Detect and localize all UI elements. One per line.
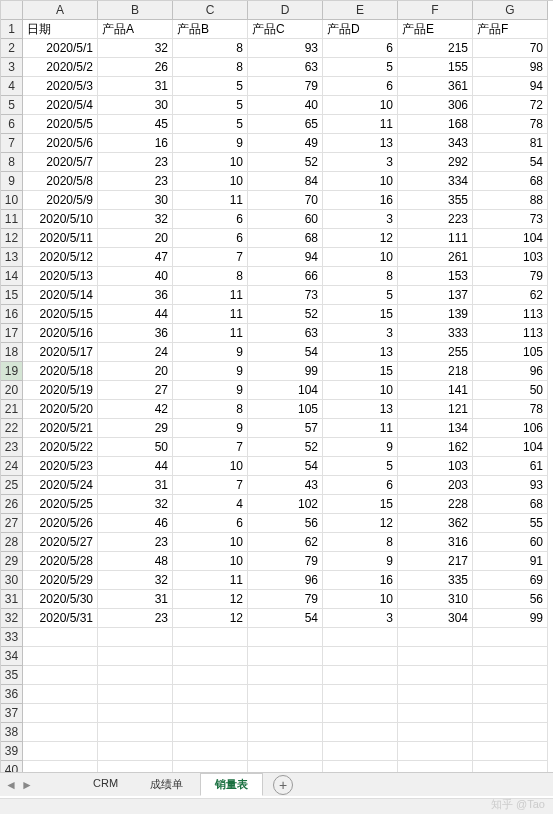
cell[interactable]: 113 [473,305,548,324]
cell[interactable] [323,628,398,647]
cell[interactable] [398,666,473,685]
row-header-22[interactable]: 22 [1,419,23,438]
row-header-35[interactable]: 35 [1,666,23,685]
row-header-39[interactable]: 39 [1,742,23,761]
cell[interactable]: 9 [323,552,398,571]
row-header-33[interactable]: 33 [1,628,23,647]
cell[interactable]: 20 [98,362,173,381]
cell[interactable]: 2020/5/21 [23,419,98,438]
cell[interactable]: 73 [248,286,323,305]
cell[interactable] [248,666,323,685]
cell[interactable]: 105 [473,343,548,362]
row-header-27[interactable]: 27 [1,514,23,533]
cell[interactable]: 9 [173,134,248,153]
cell[interactable]: 10 [323,96,398,115]
cell[interactable]: 134 [398,419,473,438]
cell[interactable]: 73 [473,210,548,229]
row-header-17[interactable]: 17 [1,324,23,343]
cell[interactable]: 54 [473,153,548,172]
cell[interactable]: 139 [398,305,473,324]
cell[interactable]: 42 [98,400,173,419]
cell[interactable]: 162 [398,438,473,457]
cell[interactable]: 56 [248,514,323,533]
cell[interactable] [323,647,398,666]
header-cell[interactable]: 产品C [248,20,323,39]
cell[interactable]: 54 [248,457,323,476]
cell[interactable]: 10 [173,552,248,571]
cell[interactable]: 255 [398,343,473,362]
cell[interactable] [173,685,248,704]
cell[interactable]: 7 [173,248,248,267]
cell[interactable]: 2020/5/13 [23,267,98,286]
cell[interactable]: 2020/5/29 [23,571,98,590]
cell[interactable]: 261 [398,248,473,267]
cell[interactable]: 155 [398,58,473,77]
cell[interactable]: 306 [398,96,473,115]
cell[interactable] [398,742,473,761]
row-header-5[interactable]: 5 [1,96,23,115]
tab-nav-prev-icon[interactable]: ◄ [4,778,18,792]
cell[interactable]: 361 [398,77,473,96]
cell[interactable]: 2020/5/19 [23,381,98,400]
cell[interactable]: 103 [473,248,548,267]
cell[interactable]: 8 [323,267,398,286]
cell[interactable]: 203 [398,476,473,495]
row-header-9[interactable]: 9 [1,172,23,191]
cell[interactable]: 362 [398,514,473,533]
cell[interactable]: 228 [398,495,473,514]
cell[interactable]: 10 [173,172,248,191]
cell[interactable]: 50 [98,438,173,457]
cell[interactable]: 46 [98,514,173,533]
cell[interactable]: 93 [473,476,548,495]
row-header-7[interactable]: 7 [1,134,23,153]
cell[interactable]: 44 [98,457,173,476]
cell[interactable]: 113 [473,324,548,343]
cell[interactable]: 141 [398,381,473,400]
row-header-10[interactable]: 10 [1,191,23,210]
select-all-corner[interactable] [1,1,23,20]
cell[interactable] [98,666,173,685]
column-header-F[interactable]: F [398,1,473,20]
cell[interactable]: 355 [398,191,473,210]
cell[interactable]: 2020/5/27 [23,533,98,552]
cell[interactable]: 15 [323,305,398,324]
cell[interactable]: 9 [173,381,248,400]
cell[interactable]: 316 [398,533,473,552]
row-header-20[interactable]: 20 [1,381,23,400]
cell[interactable] [473,742,548,761]
row-header-13[interactable]: 13 [1,248,23,267]
cell[interactable]: 91 [473,552,548,571]
cell[interactable]: 2020/5/12 [23,248,98,267]
cell[interactable]: 68 [248,229,323,248]
row-header-6[interactable]: 6 [1,115,23,134]
row-header-21[interactable]: 21 [1,400,23,419]
cell[interactable] [323,723,398,742]
row-header-4[interactable]: 4 [1,77,23,96]
row-header-30[interactable]: 30 [1,571,23,590]
cell[interactable]: 30 [98,96,173,115]
cell[interactable]: 9 [173,362,248,381]
column-header-B[interactable]: B [98,1,173,20]
row-header-8[interactable]: 8 [1,153,23,172]
cell[interactable]: 15 [323,362,398,381]
cell[interactable]: 32 [98,571,173,590]
cell[interactable]: 96 [248,571,323,590]
cell[interactable] [323,704,398,723]
header-cell[interactable]: 产品E [398,20,473,39]
cell[interactable]: 105 [248,400,323,419]
cell[interactable]: 56 [473,590,548,609]
cell[interactable] [23,628,98,647]
cell[interactable]: 23 [98,609,173,628]
row-header-24[interactable]: 24 [1,457,23,476]
cell[interactable]: 10 [173,153,248,172]
cell[interactable]: 6 [173,229,248,248]
cell[interactable] [473,647,548,666]
cell[interactable]: 16 [323,571,398,590]
cell[interactable]: 5 [173,96,248,115]
cell[interactable]: 104 [248,381,323,400]
cell[interactable]: 57 [248,419,323,438]
cell[interactable]: 7 [173,476,248,495]
cell[interactable]: 50 [473,381,548,400]
cell[interactable]: 2020/5/23 [23,457,98,476]
cell[interactable]: 61 [473,457,548,476]
